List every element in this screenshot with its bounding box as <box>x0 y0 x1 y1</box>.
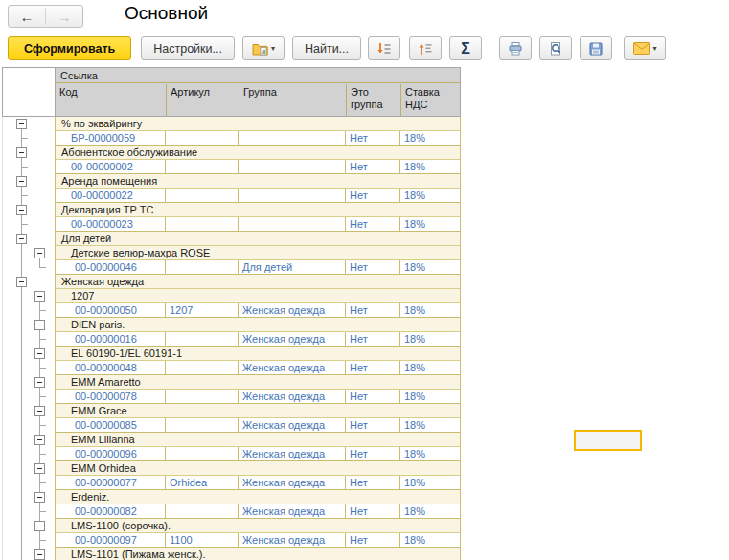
send-email-button[interactable]: ▾ <box>624 36 666 60</box>
group-row[interactable]: Абонентское обслуживание <box>2 146 461 160</box>
preview-button[interactable] <box>539 36 572 60</box>
group-label-cell[interactable]: DIEN paris. <box>55 318 461 332</box>
cell-article[interactable] <box>166 332 239 347</box>
data-row[interactable]: 00-00000078 Женская одежда Нет 18% <box>2 390 461 404</box>
group-label-cell[interactable]: Для детей <box>55 232 461 246</box>
cell-is-group[interactable]: Нет <box>346 390 400 404</box>
cell-group[interactable]: Женская одежда <box>239 361 346 375</box>
collapse-toggle-icon[interactable] <box>34 521 45 531</box>
group-row[interactable]: Женская одежда <box>2 275 461 289</box>
collapse-toggle-icon[interactable] <box>34 492 45 503</box>
data-row[interactable]: 00-00000096 Женская одежда Нет 18% <box>2 447 461 461</box>
group-label-cell[interactable]: % по эквайрингу <box>55 117 461 131</box>
cell-is-group[interactable]: Нет <box>346 217 400 232</box>
data-row[interactable]: 00-00000016 Женская одежда Нет 18% <box>2 332 461 347</box>
group-label-cell[interactable]: EL 60190-1/EL 60191-1 <box>55 347 461 361</box>
collapse-toggle-icon[interactable] <box>16 119 27 129</box>
collapse-toggle-icon[interactable] <box>16 176 27 187</box>
cell-group[interactable] <box>239 160 346 174</box>
cell-is-group[interactable]: Нет <box>346 476 400 490</box>
group-row[interactable]: Детские велюр-махра ROSE <box>2 246 461 260</box>
cell-group[interactable]: Для детей <box>239 260 346 275</box>
cell-vat[interactable]: 18% <box>400 533 461 548</box>
generate-button[interactable]: Сформировать <box>8 36 131 60</box>
group-row[interactable]: Erdeniz. <box>2 490 461 504</box>
group-label-cell[interactable]: Декларация ТР ТС <box>55 203 461 217</box>
cell-is-group[interactable]: Нет <box>346 131 400 146</box>
cell-article[interactable] <box>166 361 239 375</box>
cell-is-group[interactable]: Нет <box>346 447 400 461</box>
data-row[interactable]: 00-00000077 Orhidea Женская одежда Нет 1… <box>2 476 461 490</box>
group-row[interactable]: LMS-1100 (сорочка). <box>2 519 461 533</box>
data-row[interactable]: 00-00000048 Женская одежда Нет 18% <box>2 361 461 375</box>
cell-is-group[interactable]: Нет <box>346 533 400 548</box>
collapse-toggle-icon[interactable] <box>34 406 45 416</box>
cell-group[interactable]: Женская одежда <box>239 418 346 433</box>
data-row[interactable]: 00-00000082 Женская одежда Нет 18% <box>2 504 461 519</box>
cell-article[interactable]: Orhidea <box>166 476 239 490</box>
cell-code[interactable]: 00-00000077 <box>55 476 166 490</box>
group-label-cell[interactable]: EMM Amaretto <box>55 375 461 390</box>
cell-vat[interactable]: 18% <box>400 303 461 318</box>
group-row[interactable]: 1207 <box>2 289 461 303</box>
cell-group[interactable]: Женская одежда <box>239 332 346 347</box>
cell-is-group[interactable]: Нет <box>346 361 400 375</box>
group-row[interactable]: DIEN paris. <box>2 318 461 332</box>
cell-group[interactable]: Женская одежда <box>239 504 346 519</box>
group-row[interactable]: Декларация ТР ТС <box>2 203 461 217</box>
forward-arrow-icon[interactable]: → <box>46 6 82 27</box>
cell-article[interactable] <box>166 217 239 232</box>
cell-vat[interactable]: 18% <box>400 217 461 232</box>
cell-article[interactable]: 1100 <box>166 533 239 548</box>
collapse-groups-button[interactable] <box>409 36 442 60</box>
cell-is-group[interactable]: Нет <box>346 260 400 275</box>
cell-article[interactable] <box>166 390 239 404</box>
group-label-cell[interactable]: Детские велюр-махра ROSE <box>55 246 461 260</box>
cell-is-group[interactable]: Нет <box>346 189 400 203</box>
cell-group[interactable]: Женская одежда <box>239 390 346 404</box>
cell-group[interactable]: Женская одежда <box>239 476 346 490</box>
data-row[interactable]: 00-00000022 Нет 18% <box>2 189 461 203</box>
collapse-toggle-icon[interactable] <box>34 291 45 302</box>
cell-vat[interactable]: 18% <box>400 361 461 375</box>
group-row[interactable]: EMM Orhidea <box>2 461 461 476</box>
cell-article[interactable]: 1207 <box>166 303 239 318</box>
group-row[interactable]: EMM Grace <box>2 404 461 418</box>
cell-vat[interactable]: 18% <box>400 476 461 490</box>
sum-button[interactable]: Σ <box>449 36 482 60</box>
cell-is-group[interactable]: Нет <box>346 160 400 174</box>
cell-code[interactable]: 00-00000023 <box>55 217 166 232</box>
group-label-cell[interactable]: EMM Grace <box>55 404 461 418</box>
collapse-toggle-icon[interactable] <box>16 277 27 287</box>
group-row[interactable]: Аренда помещения <box>2 174 461 189</box>
cell-code[interactable]: 00-00000082 <box>55 504 166 519</box>
data-row[interactable]: БР-00000059 Нет 18% <box>2 131 461 146</box>
cell-group[interactable] <box>239 189 346 203</box>
group-label-cell[interactable]: 1207 <box>55 289 461 303</box>
collapse-toggle-icon[interactable] <box>34 377 45 388</box>
cell-code[interactable]: 00-00000002 <box>55 160 166 174</box>
cell-vat[interactable]: 18% <box>400 160 461 174</box>
back-arrow-icon[interactable]: ← <box>9 6 45 27</box>
data-row[interactable]: 00-00000097 1100 Женская одежда Нет 18% <box>2 533 461 548</box>
group-label-cell[interactable]: LMS-1101 (Пижама женск.). <box>55 548 461 560</box>
cell-group[interactable] <box>239 131 346 146</box>
cell-vat[interactable]: 18% <box>400 332 461 347</box>
group-row[interactable]: EL 60190-1/EL 60191-1 <box>2 347 461 361</box>
collapse-toggle-icon[interactable] <box>16 205 27 215</box>
cell-article[interactable] <box>166 160 239 174</box>
group-label-cell[interactable]: EMM Lilianna <box>55 433 461 447</box>
collapse-toggle-icon[interactable] <box>34 348 45 359</box>
cell-vat[interactable]: 18% <box>400 390 461 404</box>
cell-code[interactable]: 00-00000046 <box>55 260 166 275</box>
group-label-cell[interactable]: LMS-1100 (сорочка). <box>55 519 461 533</box>
cell-group[interactable]: Женская одежда <box>239 303 346 318</box>
group-row[interactable]: EMM Amaretto <box>2 375 461 390</box>
cell-vat[interactable]: 18% <box>400 447 461 461</box>
data-row[interactable]: 00-00000050 1207 Женская одежда Нет 18% <box>2 303 461 318</box>
collapse-toggle-icon[interactable] <box>16 234 27 244</box>
cell-vat[interactable]: 18% <box>400 260 461 275</box>
cell-vat[interactable]: 18% <box>400 189 461 203</box>
cell-is-group[interactable]: Нет <box>346 332 400 347</box>
cell-code[interactable]: 00-00000097 <box>55 533 166 548</box>
